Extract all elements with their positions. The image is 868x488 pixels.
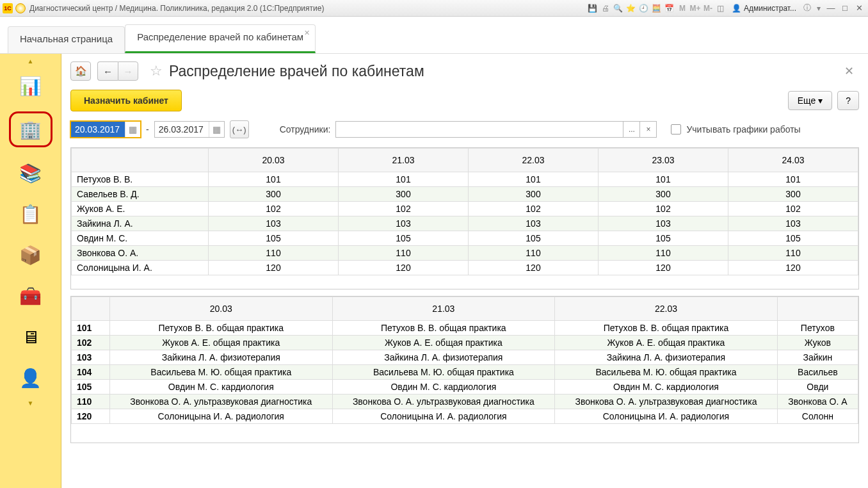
cabinet-cell[interactable]: 300 [599,187,728,202]
tb-panels-icon[interactable]: ◫ [715,3,727,14]
doctor-name-cell[interactable]: Солоницына И. А. [72,261,209,275]
sidebar-clipboard-icon[interactable]: 📋 [15,199,46,229]
cabinet-cell[interactable]: 120 [209,261,339,275]
cabinet-cell[interactable]: 105 [728,231,858,246]
table-row[interactable]: 102Жуков А. Е. общая практикаЖуков А. Е.… [72,336,858,350]
tb-mplus-icon[interactable]: M+ [689,3,701,14]
cabinet-cell[interactable]: 105 [339,231,469,246]
window-maximize-button[interactable]: □ [839,3,851,14]
cabinet-cell[interactable]: 101 [339,172,469,187]
cabinets-col-header[interactable] [777,297,858,321]
cabinet-cell[interactable]: 102 [599,202,728,216]
employees-clear-button[interactable]: × [640,121,657,138]
doctors-col-header[interactable]: 22.03 [469,149,599,172]
doctors-col-header[interactable]: 23.03 [599,149,728,172]
assignment-cell[interactable]: Васильева М. Ю. общая практика [555,365,778,380]
cabinet-cell[interactable]: 102 [469,202,599,216]
table-row[interactable]: Овдин М. С.105105105105105 [72,231,858,246]
assignment-cell[interactable]: Зайкина Л. А. физиотерапия [332,350,555,365]
table-row[interactable]: 101Петухов В. В. общая практикаПетухов В… [72,321,858,336]
assignment-cell[interactable]: Жуков А. Е. общая практика [332,336,555,350]
tb-m-icon[interactable]: M [677,3,688,14]
consider-schedules-checkbox[interactable] [671,124,681,134]
assignment-cell[interactable]: Зайкина Л. А. физиотерапия [555,350,778,365]
help-button[interactable]: ? [837,91,859,110]
assignment-cell[interactable]: Овдин М. С. кардиология [110,380,333,394]
sidebar-cashreg-icon[interactable]: 🖥 [15,321,46,352]
window-minimize-button[interactable]: — [824,3,837,14]
cabinet-number-cell[interactable]: 120 [72,409,110,424]
cabinet-number-cell[interactable]: 101 [72,321,110,336]
table-row[interactable]: Жуков А. Е.102102102102102 [72,202,858,216]
assignment-cell[interactable]: Солоницына И. А. радиология [555,409,778,424]
cabinet-cell[interactable]: 110 [599,246,728,261]
cabinet-cell[interactable]: 110 [728,246,858,261]
doctor-name-cell[interactable]: Зайкина Л. А. [72,216,209,231]
cabinet-cell[interactable]: 102 [339,202,469,216]
cabinet-cell[interactable]: 110 [339,246,469,261]
tab-close-icon[interactable]: ✕ [304,29,310,37]
favorite-star-icon[interactable]: ☆ [150,63,163,79]
nav-forward-button[interactable]: → [118,61,138,81]
sidebar-building-icon[interactable]: 🏢 [9,111,52,147]
table-row[interactable]: 104Васильева М. Ю. общая практикаВасилье… [72,365,858,380]
nav-back-button[interactable]: ← [97,61,118,81]
cabinets-col-header[interactable]: 20.03 [110,297,333,321]
doctors-col-header[interactable]: 24.03 [728,149,858,172]
nav-home-button[interactable]: 🏠 [70,61,91,81]
tb-calendar-icon[interactable]: 📅 [664,3,675,14]
assignment-cell[interactable]: Овди [777,380,858,394]
assignment-cell[interactable]: Солонн [777,409,858,424]
table-row[interactable]: 110Звонкова О. А. ультразвуковая диагнос… [72,394,858,409]
cabinet-cell[interactable]: 102 [728,202,858,216]
cabinet-number-cell[interactable]: 105 [72,380,110,394]
cabinets-col-header[interactable]: 22.03 [555,297,778,321]
cabinet-cell[interactable]: 101 [599,172,728,187]
cabinet-cell[interactable]: 120 [339,261,469,275]
assignment-cell[interactable]: Петухов [777,321,858,336]
content-close-button[interactable]: ✕ [839,61,859,81]
tab-home[interactable]: Начальная страница [8,26,125,53]
cabinets-col-header[interactable] [72,297,110,321]
cabinet-cell[interactable]: 110 [209,246,339,261]
cabinets-table-scroll[interactable]: 20.0321.0322.03 101Петухов В. В. общая п… [70,296,859,443]
assignment-cell[interactable]: Солоницына И. А. радиология [332,409,555,424]
cabinet-cell[interactable]: 300 [469,187,599,202]
sidebar-box-icon[interactable]: 📦 [15,240,46,270]
assignment-cell[interactable]: Васильева М. Ю. общая практика [110,365,333,380]
window-close-button[interactable]: ✕ [853,3,865,14]
assignment-cell[interactable]: Звонкова О. А. ультразвуковая диагностик… [332,394,555,409]
doctor-name-cell[interactable]: Овдин М. С. [72,231,209,246]
date-from-input[interactable] [71,122,125,137]
tb-info-dropdown-icon[interactable]: ▾ [813,3,824,14]
date-to-input[interactable] [155,122,209,137]
sidebar-scroll-down[interactable]: ▼ [0,398,61,407]
tb-preview-icon[interactable]: 🔍 [613,3,624,14]
assignment-cell[interactable]: Жуков А. Е. общая практика [555,336,778,350]
cabinet-cell[interactable]: 120 [728,261,858,275]
cabinet-number-cell[interactable]: 102 [72,336,110,350]
doctors-table-scroll[interactable]: 20.0321.0322.0323.0324.03 Петухов В. В.1… [70,147,859,289]
date-from-field[interactable]: ▦ [70,121,141,138]
tb-mminus-icon[interactable]: M- [702,3,714,14]
tab-distribution[interactable]: Распределение врачей по кабинетам ✕ [125,24,316,53]
sidebar-scroll-up[interactable]: ▲ [0,56,61,65]
sidebar-person-icon[interactable]: 👤 [15,362,46,393]
tb-fav-icon[interactable]: ⭐ [625,3,637,14]
doctors-col-header[interactable]: 20.03 [209,149,339,172]
assignment-cell[interactable]: Звонкова О. А [777,394,858,409]
cabinet-cell[interactable]: 103 [599,216,728,231]
tb-history-icon[interactable]: 🕘 [638,3,650,14]
cabinet-cell[interactable]: 103 [209,216,339,231]
table-row[interactable]: Петухов В. В.101101101101101 [72,172,858,187]
period-button[interactable]: (↔) [230,120,249,138]
date-from-calendar-icon[interactable]: ▦ [125,122,140,137]
cabinet-cell[interactable]: 103 [339,216,469,231]
assignment-cell[interactable]: Васильев [777,365,858,380]
table-row[interactable]: 103Зайкина Л. А. физиотерапияЗайкина Л. … [72,350,858,365]
doctor-name-cell[interactable]: Савельев В. Д. [72,187,209,202]
date-to-field[interactable]: ▦ [154,121,225,138]
assignment-cell[interactable]: Звонкова О. А. ультразвуковая диагностик… [110,394,333,409]
assignment-cell[interactable]: Зайкина Л. А. физиотерапия [110,350,333,365]
employees-pick-button[interactable]: ... [623,121,640,138]
